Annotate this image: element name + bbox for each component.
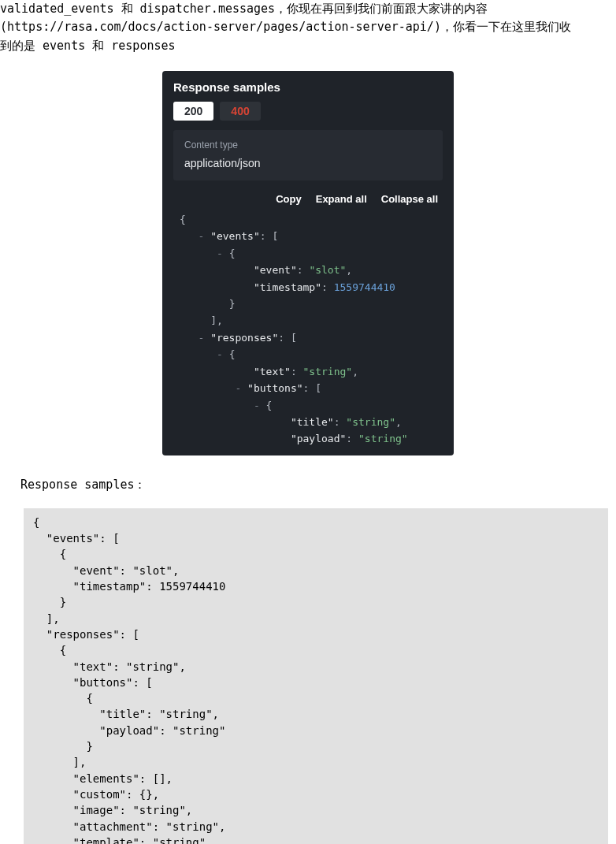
panel-title: Response samples (162, 79, 454, 102)
bullet: - (235, 382, 247, 394)
text-val: "string" (303, 366, 353, 377)
content-type-label: Content type (184, 139, 432, 151)
content-type-box: Content type application/json (173, 130, 443, 180)
ts-key: "timestamp" (254, 281, 321, 293)
status-tabs: 200 400 (162, 102, 454, 130)
intro-paragraph: validated_events 和 dispatcher.messages，你… (0, 0, 616, 55)
obj-open: { (266, 400, 273, 411)
intro-line2-post: )，你看一下在这里我们收 (434, 20, 571, 34)
intro-line3: 到的是 events 和 responses (0, 39, 176, 53)
intro-url[interactable]: https://rasa.com/docs/action-server/page… (7, 20, 434, 34)
intro-line2-pre: ( (0, 20, 7, 34)
title-val: "string" (346, 416, 395, 428)
comma: , (352, 366, 358, 377)
text-key: "text" (254, 366, 291, 377)
collapse-all-button[interactable]: Collapse all (381, 193, 438, 205)
response-panel: Response samples 200 400 Content type ap… (162, 71, 454, 455)
content-type-value: application/json (184, 157, 432, 169)
colon: : (291, 366, 303, 377)
expand-all-button[interactable]: Expand all (316, 193, 367, 205)
colon: : (334, 416, 347, 428)
comma: , (346, 264, 352, 276)
colon: : (321, 281, 334, 293)
tab-400[interactable]: 400 (220, 102, 260, 121)
bullet: - (254, 400, 266, 411)
tab-200[interactable]: 200 (173, 102, 213, 121)
payload-key: "payload" (291, 433, 346, 444)
json-actions: Copy Expand all Collapse all (162, 188, 454, 211)
responses-key: "responses" (210, 332, 278, 344)
obj-open: { (229, 348, 236, 360)
colon: : (297, 264, 310, 276)
colon: : (346, 433, 358, 444)
bullet: - (198, 332, 210, 344)
buttons-key: "buttons" (247, 382, 302, 394)
json-preview: { - "events": [ - { "event": "slot", "ti… (162, 211, 454, 455)
response-samples-heading: Response samples： (0, 474, 616, 508)
obj-close: } (229, 298, 236, 310)
events-key: "events" (210, 230, 260, 242)
title-key: "title" (291, 416, 334, 428)
intro-line1: validated_events 和 dispatcher.messages，你… (0, 2, 488, 16)
arr-open: : [ (278, 332, 296, 344)
arr-open: : [ (260, 230, 278, 242)
copy-button[interactable]: Copy (276, 193, 302, 205)
bullet: - (198, 230, 210, 242)
arr-close: ], (210, 314, 223, 326)
payload-val: "string" (358, 433, 408, 444)
bullet: - (217, 348, 229, 360)
event-key: "event" (254, 264, 297, 276)
obj-open: { (229, 247, 236, 259)
response-code-block: { "events": [ { "event": "slot", "timest… (24, 508, 608, 844)
ts-val: 1559744410 (334, 281, 395, 293)
event-val: "slot" (309, 264, 346, 276)
comma: , (395, 416, 402, 428)
bullet: - (217, 247, 229, 259)
arr-open: : [ (303, 382, 321, 394)
brace: { (180, 214, 186, 225)
